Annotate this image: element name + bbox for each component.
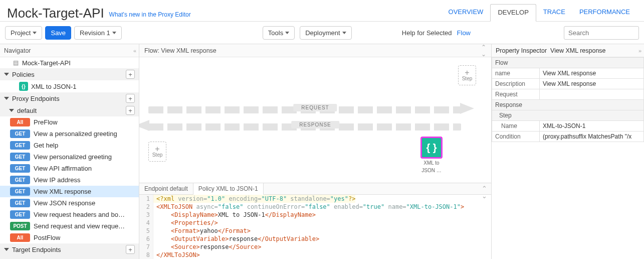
request-lane-label: REQUEST	[293, 104, 337, 111]
tools-dropdown[interactable]: Tools	[263, 26, 295, 40]
endpoint-label: View JSON response	[34, 199, 95, 207]
navigator-section-policies[interactable]: Policies +	[0, 68, 139, 80]
flow-title: Flow: View XML response	[144, 47, 217, 54]
http-method-badge: GET	[10, 187, 30, 196]
endpoint-item[interactable]: GETView XML response	[0, 186, 139, 197]
policy-node-xml-to-json[interactable]: { } XML to JSON …	[419, 137, 444, 174]
prop-request-value[interactable]	[540, 89, 644, 100]
add-step-response-button[interactable]: + Step	[148, 142, 166, 162]
add-step-request-button[interactable]: + Step	[458, 65, 476, 85]
http-method-badge: All	[10, 233, 30, 242]
endpoint-label: View XML response	[34, 188, 91, 195]
endpoint-label: View a personalized greeting	[34, 130, 117, 138]
save-button[interactable]: Save	[45, 26, 71, 40]
section-response: Response	[492, 100, 644, 110]
endpoint-label: Get help	[34, 142, 58, 149]
plus-icon: +	[155, 146, 159, 152]
add-proxy-endpoint-button[interactable]: +	[126, 94, 135, 103]
deployment-dropdown[interactable]: Deployment	[300, 26, 351, 40]
revision-dropdown[interactable]: Revision 1	[74, 26, 122, 40]
plus-icon: +	[465, 70, 469, 76]
tab-trace[interactable]: TRACE	[536, 4, 572, 21]
add-flow-button[interactable]: +	[126, 106, 135, 115]
response-lane-label: RESPONSE	[291, 121, 339, 128]
endpoint-label: View request headers and bo…	[34, 211, 125, 218]
endpoint-label: View IP address	[34, 176, 80, 184]
endpoint-label: View personalized greeting	[34, 153, 112, 161]
chevron-down-icon	[4, 97, 9, 100]
http-method-badge: GET	[10, 130, 30, 138]
navigator-root[interactable]: ▤ Mock-Target-API	[0, 57, 139, 68]
http-method-badge: All	[10, 118, 30, 126]
endpoint-item[interactable]: GETGet help	[0, 140, 139, 151]
navigator-target-default[interactable]: default	[0, 255, 139, 259]
endpoint-item[interactable]: GETView personalized greeting	[0, 151, 139, 163]
chevron-down-icon	[285, 32, 289, 34]
endpoint-item[interactable]: AllPostFlow	[0, 232, 139, 243]
file-icon: ▤	[12, 59, 19, 66]
editor-tab-endpoint[interactable]: Endpoint default	[139, 183, 193, 194]
tab-performance[interactable]: PERFORMANCE	[572, 4, 637, 21]
http-method-badge: GET	[10, 210, 30, 219]
chevron-down-icon	[4, 248, 9, 251]
chevron-down-icon	[9, 109, 14, 112]
flow-canvas: + Step REQUEST RESPONSE + Step { } XML t…	[139, 57, 491, 183]
http-method-badge: GET	[10, 164, 30, 173]
endpoint-label: View API affirmation	[34, 165, 92, 172]
code-editor[interactable]: 1<?xml version="1.0" encoding="UTF-8" st…	[139, 195, 491, 259]
chevron-down-icon	[33, 32, 37, 34]
tab-overview[interactable]: OVERVIEW	[442, 4, 491, 21]
section-flow: Flow	[492, 58, 644, 68]
http-method-badge: GET	[10, 141, 30, 150]
xml-to-json-icon: { }	[420, 137, 443, 159]
chevron-down-icon	[112, 32, 116, 34]
endpoint-label: PreFlow	[34, 118, 58, 126]
endpoint-label: Send request and view reque…	[34, 222, 125, 230]
endpoint-item[interactable]: GETView IP address	[0, 174, 139, 186]
endpoint-label: PostFlow	[34, 234, 60, 241]
xml-to-json-icon: {}	[19, 82, 28, 91]
whats-new-link[interactable]: What's new in the Proxy Editor	[109, 11, 191, 18]
http-method-badge: GET	[10, 199, 30, 207]
navigator-title: Navigator	[4, 47, 31, 54]
navigator-policy-item[interactable]: {} XML to JSON-1	[0, 80, 139, 92]
navigator-proxy-default[interactable]: default +	[0, 104, 139, 116]
http-method-badge: GET	[10, 176, 30, 184]
http-method-badge: POST	[10, 222, 30, 230]
http-method-badge: GET	[10, 153, 30, 161]
flow-help-link[interactable]: Flow	[457, 29, 471, 37]
endpoint-item[interactable]: POSTSend request and view reque…	[0, 220, 139, 232]
chevron-down-icon	[4, 73, 9, 76]
inspector-title: Property Inspector	[496, 47, 547, 54]
endpoint-item[interactable]: GETView API affirmation	[0, 163, 139, 174]
add-policy-button[interactable]: +	[126, 70, 135, 79]
collapse-editor-icon[interactable]: ⌃⌄	[478, 183, 491, 194]
chevron-down-icon	[342, 32, 346, 34]
inspector-subtitle: View XML response	[550, 47, 605, 54]
section-step: Step	[492, 110, 644, 121]
navigator-section-proxy-endpoints[interactable]: Proxy Endpoints +	[0, 92, 139, 104]
prop-step-name-value[interactable]: XML-to-JSON-1	[540, 121, 644, 132]
property-table: Flow nameView XML response DescriptionVi…	[492, 57, 644, 142]
search-input[interactable]	[564, 26, 639, 40]
project-dropdown[interactable]: Project	[5, 26, 42, 40]
collapse-vertical-icon[interactable]: ⌃⌄	[481, 44, 486, 58]
add-target-endpoint-button[interactable]: +	[126, 245, 135, 254]
prop-description-value[interactable]: View XML response	[540, 79, 644, 89]
endpoint-item[interactable]: GETView JSON response	[0, 197, 139, 209]
endpoint-item[interactable]: GETView a personalized greeting	[0, 128, 139, 140]
tab-develop[interactable]: DEVELOP	[490, 4, 536, 22]
expand-right-icon[interactable]: »	[638, 48, 640, 54]
prop-name-value[interactable]: View XML response	[540, 68, 644, 79]
collapse-left-icon[interactable]: «	[133, 48, 135, 54]
page-title: Mock-Target-API	[7, 6, 104, 21]
prop-condition-value[interactable]: (proxy.pathsuffix MatchesPath "/x	[540, 132, 644, 142]
endpoint-item[interactable]: AllPreFlow	[0, 116, 139, 128]
navigator-section-target-endpoints[interactable]: Target Endpoints +	[0, 243, 139, 255]
endpoint-item[interactable]: GETView request headers and bo…	[0, 209, 139, 220]
editor-tab-policy[interactable]: Policy XML to JSON-1	[193, 183, 264, 195]
help-label: Help for Selected	[402, 29, 452, 37]
